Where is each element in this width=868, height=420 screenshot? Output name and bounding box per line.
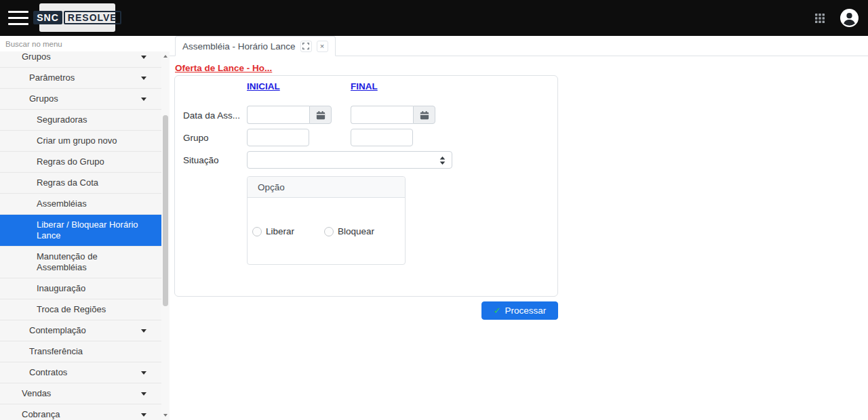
sidebar-item[interactable]: Vendas xyxy=(0,383,161,404)
close-icon: × xyxy=(320,43,324,50)
sidebar-item[interactable]: Cobrança xyxy=(0,404,161,420)
sidebar-item[interactable]: Transferência xyxy=(0,341,161,362)
data-inicial-input[interactable] xyxy=(247,106,309,124)
sidebar-item[interactable]: Seguradoras xyxy=(0,109,161,130)
menu-search-input[interactable] xyxy=(0,36,170,51)
label-situacao: Situação xyxy=(183,155,219,165)
form-panel: INICIAL FINAL Data da Ass... Grupo Situa… xyxy=(174,75,558,297)
sidebar-item-label: Vendas xyxy=(0,383,71,404)
sidebar-item-label: Manutenção de Assembléias xyxy=(0,247,161,278)
sidebar-item-label: Liberar / Bloquear Horário Lance xyxy=(0,215,161,246)
logo-snc-text: SNC xyxy=(33,11,62,24)
user-avatar-icon[interactable] xyxy=(840,9,859,27)
sidebar-item-label: Parâmetros xyxy=(0,68,95,88)
scroll-down-arrow-icon[interactable] xyxy=(161,411,170,420)
logo-resolve-text: RESOLVE xyxy=(64,11,121,24)
label-data-assembleia: Data da Ass... xyxy=(183,110,244,121)
sidebar-scrollbar[interactable] xyxy=(161,51,170,420)
main-content: Assembléia - Horário Lance × Oferta de L… xyxy=(170,36,868,420)
grupo-inicial-input[interactable] xyxy=(247,129,309,146)
sidebar-item-label: Troca de Regiões xyxy=(0,299,126,320)
sidebar-item[interactable]: Regras da Cota xyxy=(0,172,161,193)
hamburger-menu-icon[interactable] xyxy=(8,11,28,25)
radio-bloquear-label: Bloquear xyxy=(338,226,374,236)
apps-grid-icon[interactable] xyxy=(814,13,825,24)
data-inicial-calendar-button[interactable] xyxy=(309,106,332,124)
sidebar-item-label: Inauguração xyxy=(0,278,106,299)
sidebar-menu: GruposParâmetrosGruposSeguradorasCriar u… xyxy=(0,51,161,420)
column-header-inicial[interactable]: INICIAL xyxy=(247,81,280,91)
tab-close-button[interactable]: × xyxy=(317,41,328,52)
tab-bar: Assembléia - Horário Lance × xyxy=(170,36,868,56)
tab-expand-button[interactable] xyxy=(300,41,312,52)
scrollbar-thumb[interactable] xyxy=(163,115,168,306)
sidebar-item-label: Transferência xyxy=(0,341,103,362)
sidebar-item[interactable]: Inauguração xyxy=(0,278,161,299)
chevron-down-icon xyxy=(141,371,146,375)
sidebar-item-label: Regras do Grupo xyxy=(0,152,125,172)
radio-liberar[interactable]: Liberar xyxy=(252,226,294,236)
sidebar-item[interactable]: Manutenção de Assembléias xyxy=(0,246,161,278)
chevron-down-icon xyxy=(141,413,146,417)
scroll-up-arrow-icon[interactable] xyxy=(161,51,170,61)
sidebar-item-label: Contemplação xyxy=(0,320,106,341)
chevron-down-icon xyxy=(141,329,146,333)
data-final-input[interactable] xyxy=(351,106,413,124)
chevron-down-icon xyxy=(141,98,146,101)
page-title-link[interactable]: Oferta de Lance - Ho... xyxy=(175,63,272,73)
radio-bloquear[interactable]: Bloquear xyxy=(324,226,374,236)
opcao-header: Opção xyxy=(248,177,405,198)
situacao-select[interactable] xyxy=(247,151,452,169)
radio-liberar-input[interactable] xyxy=(252,227,262,236)
sidebar-item-label: Cobrança xyxy=(0,404,80,420)
select-updown-icon xyxy=(439,156,446,165)
sidebar-item-label: Grupos xyxy=(0,51,71,67)
sidebar-item[interactable]: Parâmetros xyxy=(0,67,161,88)
sidebar-item-label: Grupos xyxy=(0,89,79,109)
calendar-icon xyxy=(316,110,326,120)
radio-liberar-label: Liberar xyxy=(266,226,294,236)
sidebar-item-label: Assembléias xyxy=(0,194,107,214)
tab-title: Assembléia - Horário Lance xyxy=(182,41,296,51)
data-final-calendar-button[interactable] xyxy=(413,106,435,124)
sidebar-item[interactable]: Contratos xyxy=(0,362,161,383)
sidebar-item-label: Contratos xyxy=(0,362,87,383)
sidebar-item-label: Criar um grupo novo xyxy=(0,131,138,151)
expand-icon xyxy=(302,43,309,49)
label-grupo: Grupo xyxy=(183,133,209,143)
sidebar-item-label: Seguradoras xyxy=(0,110,107,130)
sidebar-item[interactable]: Grupos xyxy=(0,88,161,109)
column-header-final[interactable]: FINAL xyxy=(351,81,378,91)
sidebar-item[interactable]: Regras do Grupo xyxy=(0,151,161,172)
sidebar-item[interactable]: Grupos xyxy=(0,51,161,67)
opcao-fieldset: Opção Liberar Bloquear xyxy=(247,176,406,265)
tab-assembleia-horario-lance[interactable]: Assembléia - Horário Lance × xyxy=(175,36,336,56)
sidebar-item[interactable]: Troca de Regiões xyxy=(0,299,161,320)
chevron-down-icon xyxy=(141,392,146,396)
sidebar-item[interactable]: Criar um grupo novo xyxy=(0,130,161,151)
topbar: SNC RESOLVE xyxy=(0,0,868,36)
processar-button[interactable]: ✓ Processar xyxy=(481,301,558,320)
calendar-icon xyxy=(420,110,429,120)
sidebar-item[interactable]: Contemplação xyxy=(0,320,161,341)
grupo-final-input[interactable] xyxy=(351,129,413,146)
check-icon: ✓ xyxy=(494,306,501,316)
sidebar-item[interactable]: Assembléias xyxy=(0,193,161,214)
radio-bloquear-input[interactable] xyxy=(324,227,334,236)
sidebar-item-label: Regras da Cota xyxy=(0,173,119,193)
app-logo[interactable]: SNC RESOLVE xyxy=(39,3,115,32)
sidebar-menu-viewport: GruposParâmetrosGruposSeguradorasCriar u… xyxy=(0,51,170,420)
sidebar-item[interactable]: Liberar / Bloquear Horário Lance xyxy=(0,214,161,246)
sidebar: GruposParâmetrosGruposSeguradorasCriar u… xyxy=(0,36,170,420)
chevron-down-icon xyxy=(141,56,146,59)
processar-button-label: Processar xyxy=(505,306,547,316)
chevron-down-icon xyxy=(141,77,146,80)
